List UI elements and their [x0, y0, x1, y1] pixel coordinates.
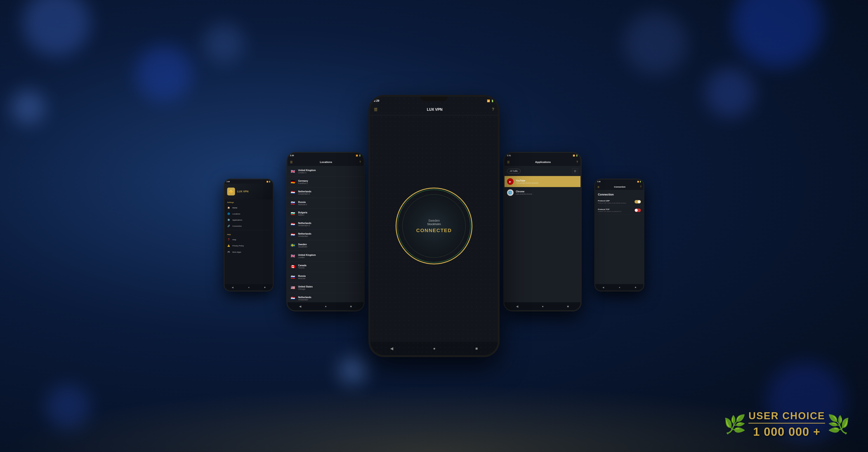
- status-icons-apps: 📶 🔋: [573, 154, 578, 156]
- home-btn-setting[interactable]: ●: [616, 285, 623, 290]
- app-item-youtube[interactable]: ▶ YouTube com.google.android.youtube: [504, 176, 581, 187]
- flag-us-11: 🇺🇸: [290, 285, 296, 291]
- nav-help-title: Help: [224, 231, 273, 237]
- location-item-2[interactable]: 🇳🇱 Netherlands Amsterdam-3: [287, 187, 364, 198]
- award-text: USER CHOICE 1 000 000 +: [748, 410, 825, 439]
- city-10: Moscow: [298, 277, 361, 280]
- nav-item-more-apps[interactable]: 🎮 More Apps: [224, 249, 273, 255]
- home-btn-apps[interactable]: ●: [539, 303, 547, 310]
- nav-item-connection[interactable]: 🔗 Connection: [224, 223, 273, 229]
- back-btn-apps[interactable]: ◀: [513, 303, 522, 310]
- flag-nl-6: 🇳🇱: [290, 232, 296, 238]
- country-11: United States: [298, 285, 361, 288]
- home-btn-loc[interactable]: ●: [322, 303, 330, 310]
- location-item-4[interactable]: 🇧🇬 Bulgaria Sofia-2: [287, 208, 364, 219]
- status-icons-nav: 📶 🔋: [267, 181, 271, 183]
- home-icon: 🏠: [227, 206, 230, 209]
- app-package-chrome: com.android.chrome: [516, 193, 578, 195]
- flag-gb-0: 🇬🇧: [290, 169, 296, 174]
- app-bar-apps: ☰ Applications ?: [504, 158, 581, 166]
- city-5: Amsterdam-2: [298, 224, 361, 227]
- nav-item-home[interactable]: 🏠 Home: [224, 204, 273, 211]
- filter-icon-btn[interactable]: ⊡: [572, 168, 578, 174]
- help-btn-setting[interactable]: ?: [640, 186, 642, 188]
- app-list: ▶ YouTube com.google.android.youtube 🌐 C…: [504, 176, 581, 302]
- app-name-chrome: Chrome: [516, 190, 578, 193]
- connect-button-container: Sweden Stockholm CONNECTED: [396, 188, 472, 264]
- status-bar-nav: 2:28 📶 🔋: [224, 180, 273, 184]
- connect-status: CONNECTED: [416, 228, 452, 233]
- menu-icon-setting[interactable]: ☰: [597, 185, 599, 188]
- flag-ca-9: 🇨🇦: [290, 264, 296, 270]
- location-item-3[interactable]: 🇷🇺 Russia Moscow-2: [287, 198, 364, 208]
- connect-country: Sweden: [428, 219, 440, 222]
- home-btn-nav[interactable]: ●: [246, 285, 252, 290]
- nav-item-locations[interactable]: 🌐 Locations: [224, 211, 273, 217]
- app-bar-setting: ☰ Connection ?: [595, 184, 643, 190]
- help-btn-apps[interactable]: ?: [577, 160, 578, 164]
- toggle-tcp[interactable]: [634, 208, 641, 212]
- flag-nl-12: 🇳🇱: [290, 295, 296, 301]
- recent-btn-nav[interactable]: ■: [261, 285, 268, 290]
- phone-connected: 2:29 📶 🔋 ☰ LUX VPN ?: [368, 95, 500, 357]
- youtube-icon: ▶: [507, 178, 514, 185]
- award-line1: USER CHOICE: [748, 410, 825, 423]
- tcp-title: Protocol TCP: [598, 208, 622, 210]
- status-bar-setting: 2:28 📶 🔋: [595, 180, 643, 184]
- location-item-5[interactable]: 🇳🇱 Netherlands Amsterdam-2: [287, 219, 364, 230]
- connection-icon: 🔗: [227, 225, 230, 227]
- app-item-chrome[interactable]: 🌐 Chrome com.android.chrome: [504, 187, 581, 198]
- phone-applications: 2:31 📶 🔋 ☰ Applications ? All Traffic: [503, 152, 582, 312]
- nav-item-apps-label: Applications: [232, 219, 242, 221]
- award-line2: 1 000 000 +: [748, 423, 825, 439]
- flag-nl-2: 🇳🇱: [290, 190, 296, 195]
- country-3: Russia: [298, 201, 361, 203]
- location-item-7[interactable]: 🇸🇪 Sweden Stockholm: [287, 240, 364, 251]
- location-item-9[interactable]: 🇨🇦 Canada Toronto: [287, 261, 364, 272]
- location-item-1[interactable]: 🇩🇪 Germany Frankfurt-2: [287, 177, 364, 187]
- menu-icon-loc[interactable]: ☰: [290, 160, 293, 164]
- location-item-12[interactable]: 🇳🇱 Netherlands Amsterdam: [287, 293, 364, 302]
- recent-btn-loc[interactable]: ■: [347, 303, 355, 310]
- status-icons-setting: 📶 🔋: [637, 181, 642, 183]
- help-icon: ❓: [227, 238, 230, 241]
- city-3: Moscow-2: [298, 203, 361, 206]
- recent-btn-setting[interactable]: ■: [632, 285, 639, 290]
- main-scene: 2:28 📶 🔋 ⚜️ LUX VPN Settings 🏠: [0, 0, 868, 452]
- toggle-udp[interactable]: [634, 200, 641, 203]
- location-item-8[interactable]: 🇬🇧 United Kingdom London: [287, 251, 364, 261]
- filter-all-traffic[interactable]: All Traffic: [507, 169, 521, 173]
- filter-icon: ⊡: [574, 169, 576, 173]
- back-btn-loc[interactable]: ◀: [296, 303, 305, 310]
- screen-locations: 2:30 📶 🔋 ☰ Locations ? 🇬🇧: [287, 153, 364, 311]
- country-7: Sweden: [298, 243, 361, 246]
- connect-ring[interactable]: Sweden Stockholm CONNECTED: [396, 188, 472, 264]
- nav-item-applications[interactable]: ⚙️ Applications: [224, 217, 273, 223]
- location-item-6[interactable]: 🇳🇱 Netherlands Amsterdam: [287, 230, 364, 240]
- bottom-nav-setting: ◀ ● ■: [595, 284, 643, 291]
- screen-connection: 2:28 📶 🔋 ☰ Connection ? Connection: [595, 180, 643, 291]
- phone-connection: 2:28 📶 🔋 ☰ Connection ? Connection: [594, 179, 644, 292]
- location-list: 🇬🇧 United Kingdom London-2 🇩🇪 Germany Fr…: [287, 166, 364, 302]
- back-btn-nav[interactable]: ◀: [229, 285, 236, 290]
- connection-tcp: Protocol TCP Protocol TCP. Works on andr…: [595, 206, 643, 215]
- laurel-left: 🌿: [723, 414, 746, 435]
- nav-item-help[interactable]: ❓ Help: [224, 236, 273, 243]
- country-1: Germany: [298, 180, 361, 182]
- help-btn-loc[interactable]: ?: [360, 160, 361, 164]
- bottom-nav-drawer: ◀ ● ■: [224, 284, 273, 291]
- location-item-10[interactable]: 🇷🇺 Russia Moscow: [287, 272, 364, 283]
- country-0: United Kingdom: [298, 169, 361, 172]
- menu-icon-apps[interactable]: ☰: [507, 160, 510, 164]
- country-5: Netherlands: [298, 222, 361, 225]
- connect-circle[interactable]: Sweden Stockholm CONNECTED: [402, 194, 466, 258]
- nav-item-help-label: Help: [232, 238, 236, 240]
- recent-btn-apps[interactable]: ■: [564, 303, 572, 310]
- back-btn-setting[interactable]: ◀: [600, 285, 607, 290]
- nav-item-conn-label: Connection: [232, 225, 242, 227]
- status-icons-loc: 📶 🔋: [356, 154, 361, 156]
- location-item-0[interactable]: 🇬🇧 United Kingdom London-2: [287, 166, 364, 177]
- nav-item-more-label: More Apps: [232, 251, 241, 253]
- location-item-11[interactable]: 🇺🇸 United States Chicago: [287, 283, 364, 293]
- nav-item-privacy[interactable]: ⚠️ Privacy Policy: [224, 243, 273, 249]
